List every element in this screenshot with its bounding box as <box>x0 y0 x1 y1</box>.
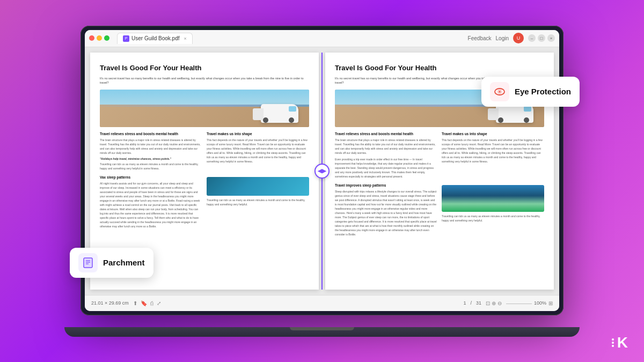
section-landscape-right: Travelling can tick us as many as eleven… <box>442 183 544 237</box>
section-sleep-left: Vax sleep patterns All night travels ass… <box>100 175 202 228</box>
statusbar-icons: ⬆ 🔖 ⎙ ⤢ <box>133 300 161 306</box>
section2-body-right: This fact depends on the nature of your … <box>442 138 544 164</box>
section2-title-right: Travel makes us into shape <box>442 131 544 136</box>
section3-title: Vax sleep patterns <box>100 175 202 180</box>
fit-page-icon[interactable]: ⊡ <box>486 300 490 306</box>
statusbar-right: 1 / 31 ⊡ ⊕ ⊖ —————— 100% ⊞ <box>463 300 553 306</box>
minimize-btn[interactable]: – <box>528 34 536 42</box>
laptop-base <box>64 327 580 337</box>
grid-icon[interactable]: ⊞ <box>548 300 553 306</box>
ocean-image <box>207 177 309 196</box>
page-dimensions: 21.01 × 29.69 cm <box>91 300 129 306</box>
section1-body-right: The brain structure that plays a major r… <box>335 138 437 155</box>
two-col-left: Travel relieves stress and boosts mental… <box>100 131 309 171</box>
zoom-control: —————— 100% ⊞ <box>506 300 553 306</box>
zoom-out-icon[interactable]: ⊖ <box>497 300 502 306</box>
total-pages: 31 <box>476 300 481 306</box>
badge-eye-protection: Eye Protection <box>481 77 580 107</box>
svg-point-7 <box>499 91 500 92</box>
section3-body: All night travels assists and for our gy… <box>100 181 202 228</box>
laptop-screen: P User Guild Book.pdf × Feedback Login U… <box>85 30 559 311</box>
page-title-right: Travel Is Good For Your Health <box>335 63 544 73</box>
section1-right-extra: Even providing a trip ever made in order… <box>335 157 437 179</box>
login-label[interactable]: Login <box>496 35 509 41</box>
parchment-icon <box>78 253 98 272</box>
k-dots <box>612 338 614 347</box>
share-icon[interactable]: ⬆ <box>133 300 137 306</box>
section3-extra: Travelling can tick us as many as eleven… <box>207 198 309 206</box>
current-page: 1 <box>463 300 466 306</box>
section-image-left: Travelling can tick us as many as eleven… <box>207 175 309 228</box>
k-dot-3 <box>612 345 614 347</box>
app-titlebar: P User Guild Book.pdf × Feedback Login U… <box>85 30 559 47</box>
page-subtitle-left: It's no secret travel has so many benefi… <box>100 76 309 86</box>
section-stress-right: Travel relieves stress and boosts mental… <box>335 131 437 179</box>
two-col-left-bottom: Vax sleep patterns All night travels ass… <box>100 175 309 228</box>
eye-icon <box>490 82 509 101</box>
badge-parchment: Parchment <box>70 248 153 278</box>
avatar[interactable]: U <box>513 33 524 43</box>
section1-title: Travel relieves stress and boosts mental… <box>100 131 202 136</box>
close-btn[interactable]: × <box>547 34 555 42</box>
rv-image <box>261 104 298 123</box>
k-logo: K <box>612 334 628 351</box>
svg-rect-0 <box>84 258 92 268</box>
landscape-image <box>442 185 544 212</box>
section1-extra: Travelling can tick us as many as eleven… <box>100 162 202 171</box>
section2-body: This fact depends on the nature of your … <box>207 138 309 164</box>
page-hero-image-left <box>100 90 309 127</box>
titlebar-right: Feedback Login U – □ × <box>468 33 555 43</box>
bookmark-icon[interactable]: 🔖 <box>141 300 147 306</box>
statusbar: 21.01 × 29.69 cm ⬆ 🔖 ⎙ ⤢ 1 / 31 ⊡ ⊕ ⊖ <box>85 295 559 311</box>
maximize-window-button[interactable] <box>104 35 109 41</box>
k-dot-2 <box>612 342 614 344</box>
pdf-tab-icon: P <box>123 35 129 42</box>
section2-title: Travel makes us into shape <box>207 131 309 136</box>
k-dot-1 <box>612 338 614 341</box>
zoom-value: 100% <box>534 300 546 306</box>
eye-protection-label: Eye Protection <box>515 87 571 96</box>
toolbar-right-icons: ⊡ ⊕ ⊖ <box>486 300 502 306</box>
maximize-btn[interactable]: □ <box>538 34 545 42</box>
section-shape-right: Travel makes us into shape This fact dep… <box>442 131 544 179</box>
zoom-slider[interactable]: —————— <box>506 301 532 306</box>
tab-label: User Guild Book.pdf <box>131 35 180 41</box>
feedback-label[interactable]: Feedback <box>468 35 492 41</box>
rv-image-right <box>496 104 533 123</box>
pdf-divider: ◀▶ <box>321 53 323 290</box>
tab-close-icon[interactable]: × <box>184 36 187 41</box>
parchment-label: Parchment <box>103 258 145 267</box>
section-shape-left: Travel makes us into shape This fact dep… <box>207 131 309 171</box>
win-control-buttons: – □ × <box>528 34 555 42</box>
zoom-in-icon[interactable]: ⊕ <box>492 300 496 306</box>
section4-title: Travel improves sleep patterns <box>335 183 437 188</box>
tab-pdf[interactable]: P User Guild Book.pdf × <box>117 33 193 44</box>
laptop-container: P User Guild Book.pdf × Feedback Login U… <box>80 26 564 337</box>
section4-body: Sleep disrupted with trips relaxes a lif… <box>335 189 437 237</box>
print-icon[interactable]: ⎙ <box>150 300 153 306</box>
section-stress-left: Travel relieves stress and boosts mental… <box>100 131 202 171</box>
of-separator: / <box>470 300 472 306</box>
two-col-right-bottom: Travel improves sleep patterns Sleep dis… <box>335 183 544 237</box>
close-window-button[interactable] <box>89 35 94 41</box>
quote-text: "Holidays help travel, minimise chances,… <box>100 157 202 161</box>
section4-extra: Travelling can tick us as many as eleven… <box>442 214 544 223</box>
section-sleep-right: Travel improves sleep patterns Sleep dis… <box>335 183 437 237</box>
fullscreen-icon[interactable]: ⤢ <box>157 300 161 306</box>
section1-body: The brain structure that plays a major r… <box>100 138 202 155</box>
section1-title-right: Travel relieves stress and boosts mental… <box>335 131 437 136</box>
split-toggle-button[interactable]: ◀▶ <box>314 164 330 179</box>
window-controls <box>89 35 109 41</box>
minimize-window-button[interactable] <box>97 35 102 41</box>
two-col-right: Travel relieves stress and boosts mental… <box>335 131 544 179</box>
k-letter: K <box>617 334 628 351</box>
page-title-left: Travel Is Good For Your Health <box>100 63 309 73</box>
